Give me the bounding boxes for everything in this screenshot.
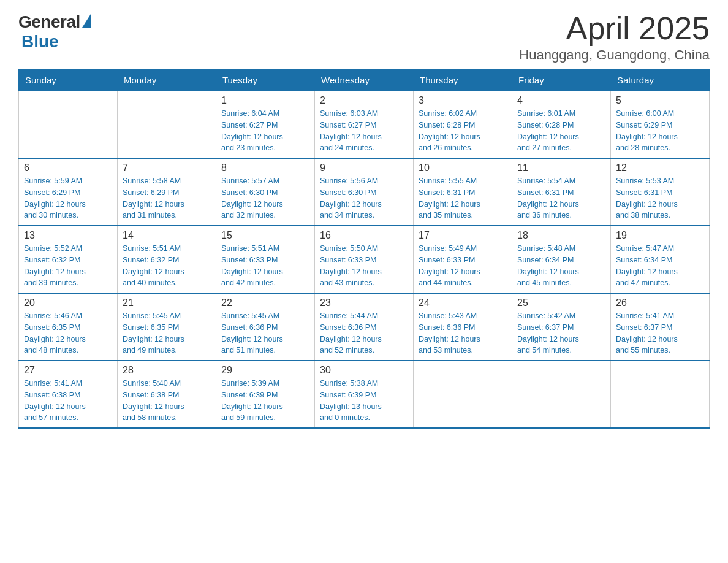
day-info: Sunrise: 5:51 AM Sunset: 6:33 PM Dayligh… [221,243,309,289]
calendar-cell: 27Sunrise: 5:41 AM Sunset: 6:38 PM Dayli… [19,361,118,428]
weekday-header-saturday: Saturday [611,70,710,91]
weekday-header-thursday: Thursday [414,70,512,91]
calendar-cell: 20Sunrise: 5:46 AM Sunset: 6:35 PM Dayli… [19,293,118,361]
day-info: Sunrise: 5:40 AM Sunset: 6:38 PM Dayligh… [123,378,211,424]
calendar-cell: 16Sunrise: 5:50 AM Sunset: 6:33 PM Dayli… [315,226,414,293]
weekday-header-wednesday: Wednesday [315,70,414,91]
day-number: 24 [419,297,507,308]
day-info: Sunrise: 5:41 AM Sunset: 6:38 PM Dayligh… [24,378,112,424]
day-number: 29 [221,365,309,376]
day-number: 30 [320,365,408,376]
calendar-cell: 9Sunrise: 5:56 AM Sunset: 6:30 PM Daylig… [315,158,414,226]
title-section: April 2025 Huanggang, Guangdong, China [519,12,710,63]
day-number: 20 [24,297,112,308]
day-number: 3 [419,95,507,106]
calendar-week-row: 20Sunrise: 5:46 AM Sunset: 6:35 PM Dayli… [19,293,710,361]
day-info: Sunrise: 5:45 AM Sunset: 6:36 PM Dayligh… [221,310,309,356]
location-title: Huanggang, Guangdong, China [519,47,710,63]
day-info: Sunrise: 5:59 AM Sunset: 6:29 PM Dayligh… [24,175,112,221]
calendar-cell: 15Sunrise: 5:51 AM Sunset: 6:33 PM Dayli… [216,226,315,293]
weekday-header-friday: Friday [512,70,611,91]
calendar-week-row: 1Sunrise: 6:04 AM Sunset: 6:27 PM Daylig… [19,91,710,158]
calendar-cell: 25Sunrise: 5:42 AM Sunset: 6:37 PM Dayli… [512,293,611,361]
calendar-cell [414,361,512,428]
day-number: 10 [419,163,507,174]
day-info: Sunrise: 6:02 AM Sunset: 6:28 PM Dayligh… [419,108,507,154]
day-number: 16 [320,230,408,241]
calendar-cell: 22Sunrise: 5:45 AM Sunset: 6:36 PM Dayli… [216,293,315,361]
day-number: 1 [221,95,309,106]
calendar-cell: 7Sunrise: 5:58 AM Sunset: 6:29 PM Daylig… [118,158,216,226]
day-info: Sunrise: 5:52 AM Sunset: 6:32 PM Dayligh… [24,243,112,289]
calendar-cell: 10Sunrise: 5:55 AM Sunset: 6:31 PM Dayli… [414,158,512,226]
calendar-cell: 26Sunrise: 5:41 AM Sunset: 6:37 PM Dayli… [611,293,710,361]
day-info: Sunrise: 5:51 AM Sunset: 6:32 PM Dayligh… [123,243,211,289]
day-number: 4 [517,95,605,106]
day-info: Sunrise: 5:48 AM Sunset: 6:34 PM Dayligh… [517,243,605,289]
logo: General Blue [18,12,91,52]
day-info: Sunrise: 6:03 AM Sunset: 6:27 PM Dayligh… [320,108,408,154]
page-header: General Blue April 2025 Huanggang, Guang… [18,12,710,63]
day-info: Sunrise: 5:53 AM Sunset: 6:31 PM Dayligh… [616,175,704,221]
weekday-header-row: SundayMondayTuesdayWednesdayThursdayFrid… [19,70,710,91]
day-info: Sunrise: 5:50 AM Sunset: 6:33 PM Dayligh… [320,243,408,289]
day-info: Sunrise: 5:42 AM Sunset: 6:37 PM Dayligh… [517,310,605,356]
day-number: 22 [221,297,309,308]
day-info: Sunrise: 5:49 AM Sunset: 6:33 PM Dayligh… [419,243,507,289]
calendar-cell: 3Sunrise: 6:02 AM Sunset: 6:28 PM Daylig… [414,91,512,158]
calendar-cell: 13Sunrise: 5:52 AM Sunset: 6:32 PM Dayli… [19,226,118,293]
calendar-cell: 24Sunrise: 5:43 AM Sunset: 6:36 PM Dayli… [414,293,512,361]
weekday-header-tuesday: Tuesday [216,70,315,91]
calendar-cell: 21Sunrise: 5:45 AM Sunset: 6:35 PM Dayli… [118,293,216,361]
day-info: Sunrise: 6:00 AM Sunset: 6:29 PM Dayligh… [616,108,704,154]
day-number: 7 [123,163,211,174]
calendar-cell: 2Sunrise: 6:03 AM Sunset: 6:27 PM Daylig… [315,91,414,158]
logo-triangle-icon [82,14,91,28]
day-number: 23 [320,297,408,308]
day-info: Sunrise: 6:04 AM Sunset: 6:27 PM Dayligh… [221,108,309,154]
calendar-cell [512,361,611,428]
calendar-cell: 12Sunrise: 5:53 AM Sunset: 6:31 PM Dayli… [611,158,710,226]
day-info: Sunrise: 5:46 AM Sunset: 6:35 PM Dayligh… [24,310,112,356]
calendar-cell: 11Sunrise: 5:54 AM Sunset: 6:31 PM Dayli… [512,158,611,226]
day-info: Sunrise: 5:47 AM Sunset: 6:34 PM Dayligh… [616,243,704,289]
day-info: Sunrise: 5:58 AM Sunset: 6:29 PM Dayligh… [123,175,211,221]
calendar-table: SundayMondayTuesdayWednesdayThursdayFrid… [18,69,710,429]
day-number: 2 [320,95,408,106]
day-info: Sunrise: 6:01 AM Sunset: 6:28 PM Dayligh… [517,108,605,154]
day-number: 19 [616,230,704,241]
day-number: 11 [517,163,605,174]
calendar-week-row: 13Sunrise: 5:52 AM Sunset: 6:32 PM Dayli… [19,226,710,293]
day-number: 5 [616,95,704,106]
calendar-cell: 1Sunrise: 6:04 AM Sunset: 6:27 PM Daylig… [216,91,315,158]
month-title: April 2025 [519,12,710,44]
calendar-cell: 19Sunrise: 5:47 AM Sunset: 6:34 PM Dayli… [611,226,710,293]
calendar-cell: 14Sunrise: 5:51 AM Sunset: 6:32 PM Dayli… [118,226,216,293]
day-number: 28 [123,365,211,376]
calendar-cell: 29Sunrise: 5:39 AM Sunset: 6:39 PM Dayli… [216,361,315,428]
calendar-cell: 8Sunrise: 5:57 AM Sunset: 6:30 PM Daylig… [216,158,315,226]
calendar-cell: 23Sunrise: 5:44 AM Sunset: 6:36 PM Dayli… [315,293,414,361]
weekday-header-monday: Monday [118,70,216,91]
weekday-header-sunday: Sunday [19,70,118,91]
day-number: 12 [616,163,704,174]
day-number: 21 [123,297,211,308]
calendar-cell: 28Sunrise: 5:40 AM Sunset: 6:38 PM Dayli… [118,361,216,428]
day-info: Sunrise: 5:44 AM Sunset: 6:36 PM Dayligh… [320,310,408,356]
day-number: 6 [24,163,112,174]
day-info: Sunrise: 5:56 AM Sunset: 6:30 PM Dayligh… [320,175,408,221]
calendar-cell: 18Sunrise: 5:48 AM Sunset: 6:34 PM Dayli… [512,226,611,293]
calendar-cell: 4Sunrise: 6:01 AM Sunset: 6:28 PM Daylig… [512,91,611,158]
day-number: 13 [24,230,112,241]
day-info: Sunrise: 5:57 AM Sunset: 6:30 PM Dayligh… [221,175,309,221]
day-info: Sunrise: 5:41 AM Sunset: 6:37 PM Dayligh… [616,310,704,356]
calendar-cell: 5Sunrise: 6:00 AM Sunset: 6:29 PM Daylig… [611,91,710,158]
day-number: 18 [517,230,605,241]
day-number: 26 [616,297,704,308]
calendar-week-row: 27Sunrise: 5:41 AM Sunset: 6:38 PM Dayli… [19,361,710,428]
day-info: Sunrise: 5:43 AM Sunset: 6:36 PM Dayligh… [419,310,507,356]
calendar-cell [611,361,710,428]
calendar-cell [118,91,216,158]
logo-blue-text: Blue [21,32,59,52]
day-number: 8 [221,163,309,174]
